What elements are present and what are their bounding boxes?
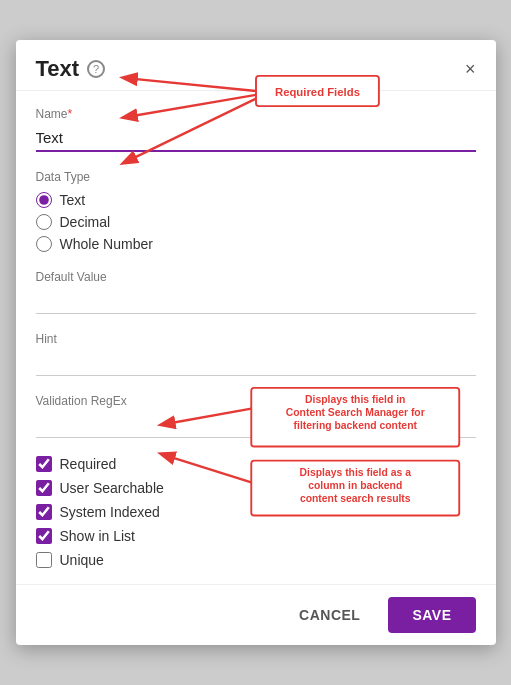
- checkbox-show-in-list[interactable]: Show in List: [36, 528, 476, 544]
- validation-regex-field-group: Validation RegEx: [36, 394, 476, 438]
- help-icon[interactable]: ?: [87, 60, 105, 78]
- hint-label: Hint: [36, 332, 476, 346]
- radio-text-input[interactable]: [36, 192, 52, 208]
- name-input[interactable]: [36, 125, 476, 152]
- radio-decimal[interactable]: Decimal: [36, 214, 476, 230]
- checkbox-user-searchable[interactable]: User Searchable: [36, 480, 476, 496]
- validation-regex-input[interactable]: [36, 412, 476, 438]
- name-field-group: Name*: [36, 107, 476, 152]
- default-value-input[interactable]: [36, 288, 476, 314]
- checkbox-group: Required User Searchable System Indexed …: [36, 456, 476, 568]
- radio-text[interactable]: Text: [36, 192, 476, 208]
- close-icon[interactable]: ×: [465, 60, 476, 78]
- checkbox-user-searchable-input[interactable]: [36, 480, 52, 496]
- checkbox-unique-input[interactable]: [36, 552, 52, 568]
- hint-field-group: Hint: [36, 332, 476, 376]
- modal-title-group: Text ?: [36, 56, 106, 82]
- data-type-radio-group: Text Decimal Whole Number: [36, 192, 476, 252]
- default-value-label: Default Value: [36, 270, 476, 284]
- radio-decimal-input[interactable]: [36, 214, 52, 230]
- modal-body: Name* Data Type Text Decimal Whole Numbe…: [16, 91, 496, 584]
- modal-header: Text ? ×: [16, 40, 496, 91]
- checkbox-required[interactable]: Required: [36, 456, 476, 472]
- save-button[interactable]: SAVE: [388, 597, 475, 633]
- radio-whole-number[interactable]: Whole Number: [36, 236, 476, 252]
- name-field-label: Name*: [36, 107, 476, 121]
- validation-regex-label: Validation RegEx: [36, 394, 476, 408]
- hint-input[interactable]: [36, 350, 476, 376]
- default-value-field-group: Default Value: [36, 270, 476, 314]
- checkbox-unique[interactable]: Unique: [36, 552, 476, 568]
- data-type-label: Data Type: [36, 170, 476, 184]
- modal-footer: CANCEL SAVE: [16, 584, 496, 645]
- checkbox-system-indexed-input[interactable]: [36, 504, 52, 520]
- modal-title-text: Text: [36, 56, 80, 82]
- data-type-field-group: Data Type Text Decimal Whole Number: [36, 170, 476, 252]
- radio-whole-number-input[interactable]: [36, 236, 52, 252]
- required-star: *: [68, 107, 73, 121]
- modal-container: Required Fields Displays this field in C…: [16, 40, 496, 645]
- checkbox-required-input[interactable]: [36, 456, 52, 472]
- checkbox-system-indexed[interactable]: System Indexed: [36, 504, 476, 520]
- cancel-button[interactable]: CANCEL: [283, 599, 376, 631]
- checkbox-show-in-list-input[interactable]: [36, 528, 52, 544]
